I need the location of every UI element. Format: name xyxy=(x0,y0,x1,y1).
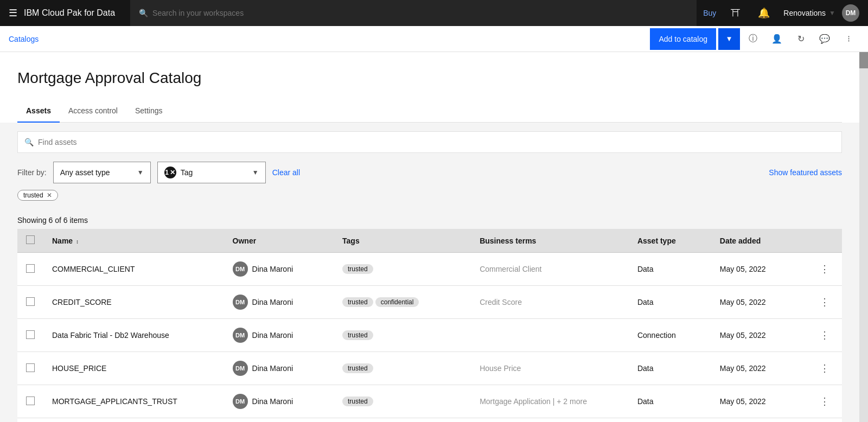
tab-access-control[interactable]: Access control xyxy=(60,100,126,123)
more-actions-icon[interactable]: ⋮ xyxy=(816,360,833,377)
top-navigation: ☰ IBM Cloud Pak for Data 🔍 Buy ⛩ 🔔 Renov… xyxy=(0,0,868,26)
grid-view-icon[interactable]: ⁝ xyxy=(838,28,859,50)
chevron-down-icon: ▼ xyxy=(137,169,144,176)
tag-filter[interactable]: 1 ✕ Tag ▼ xyxy=(157,162,266,183)
select-all-header[interactable] xyxy=(17,229,43,253)
asset-tags: trusted xyxy=(334,319,471,352)
tab-settings[interactable]: Settings xyxy=(126,100,171,123)
asset-name[interactable]: COMMERCIAL_CLIENT xyxy=(43,253,224,286)
assets-table-wrapper: Name ↕ Owner Tags Business terms xyxy=(0,229,859,422)
row-checkbox-cell xyxy=(17,286,43,319)
asset-tags: trusted xyxy=(334,253,471,286)
owner-name: Dina Maroni xyxy=(252,265,293,273)
search-input[interactable] xyxy=(152,9,688,17)
tag-pill[interactable]: trusted xyxy=(342,397,373,406)
hamburger-menu-icon[interactable]: ☰ xyxy=(9,7,17,19)
asset-tags: trusted xyxy=(334,385,471,418)
row-checkbox[interactable] xyxy=(26,363,35,372)
filter-area: 🔍 Filter by: Any asset type ▼ 1 ✕ Tag ▼ xyxy=(0,123,859,209)
more-actions-icon[interactable]: ⋮ xyxy=(816,293,833,311)
asset-name[interactable]: HOUSE_PRICE xyxy=(43,352,224,385)
asset-owner: DM Dina Maroni xyxy=(224,418,334,423)
global-search-bar[interactable]: 🔍 xyxy=(130,0,697,26)
row-actions[interactable]: ⋮ xyxy=(807,286,842,319)
tag-pill[interactable]: trusted xyxy=(342,264,373,274)
row-actions[interactable]: ⋮ xyxy=(807,319,842,352)
filter-row: Filter by: Any asset type ▼ 1 ✕ Tag ▼ Cl… xyxy=(17,162,842,183)
workspace-selector[interactable]: Renovations ▼ xyxy=(779,0,840,26)
table-row: MORTGAGE_APPLICATION DM Dina Maroni trus… xyxy=(17,418,842,423)
tag-pill[interactable]: trusted xyxy=(342,330,373,340)
chat-icon[interactable]: 💬 xyxy=(814,28,835,50)
asset-type: Data xyxy=(629,418,711,423)
row-checkbox-cell xyxy=(17,418,43,423)
asset-business-terms: Mortgage Application | + 2 more xyxy=(471,385,629,418)
tab-assets[interactable]: Assets xyxy=(17,100,60,123)
asset-date-added: May 05, 2022 xyxy=(711,352,807,385)
user-avatar[interactable]: DM xyxy=(842,4,859,22)
row-checkbox[interactable] xyxy=(26,397,35,405)
add-to-catalog-dropdown[interactable]: ▼ xyxy=(718,28,740,50)
asset-owner: DM Dina Maroni xyxy=(224,385,334,418)
row-actions[interactable]: ⋮ xyxy=(807,385,842,418)
table-row: Data Fabric Trial - Db2 Warehouse DM Din… xyxy=(17,319,842,352)
asset-name[interactable]: MORTGAGE_APPLICATION xyxy=(43,418,224,423)
column-header-tags: Tags xyxy=(334,229,471,253)
asset-search-input[interactable] xyxy=(38,138,835,146)
asset-owner: DM Dina Maroni xyxy=(224,352,334,385)
row-actions[interactable]: ⋮ xyxy=(807,253,842,286)
chevron-down-icon: ▼ xyxy=(725,35,732,43)
asset-business-terms: Credit Score xyxy=(471,286,629,319)
row-actions[interactable]: ⋮ xyxy=(807,418,842,423)
breadcrumb[interactable]: Catalogs xyxy=(9,35,39,43)
chevron-down-icon: ▼ xyxy=(252,169,259,176)
asset-date-added: May 05, 2022 xyxy=(711,385,807,418)
add-collaborator-icon[interactable]: 👤 xyxy=(766,28,788,50)
tag-pill[interactable]: trusted xyxy=(342,297,373,307)
owner-avatar: DM xyxy=(233,261,248,277)
right-scrollbar[interactable] xyxy=(859,52,868,422)
add-to-catalog-button[interactable]: Add to catalog xyxy=(650,28,716,50)
scrollbar-thumb[interactable] xyxy=(859,52,868,68)
tag-pill[interactable]: trusted xyxy=(342,363,373,373)
select-all-checkbox[interactable] xyxy=(26,235,35,244)
column-header-business-terms: Business terms xyxy=(471,229,629,253)
asset-type-filter[interactable]: Any asset type ▼ xyxy=(53,162,151,183)
top-nav-right: Buy ⛩ 🔔 Renovations ▼ DM xyxy=(703,0,859,26)
more-actions-icon[interactable]: ⋮ xyxy=(816,393,833,410)
show-featured-button[interactable]: Show featured assets xyxy=(769,168,842,177)
row-checkbox-cell xyxy=(17,253,43,286)
asset-business-terms: Commercial Client xyxy=(471,253,629,286)
column-header-name[interactable]: Name ↕ xyxy=(43,229,224,253)
more-actions-icon[interactable]: ⋮ xyxy=(816,327,833,344)
sort-icon: ↕ xyxy=(76,239,79,245)
column-header-date-added: Date added xyxy=(711,229,807,253)
column-header-actions xyxy=(807,229,842,253)
help-icon[interactable]: ⓘ xyxy=(742,28,764,50)
table-row: HOUSE_PRICE DM Dina Maroni trusted House… xyxy=(17,352,842,385)
share-icon[interactable]: ⛩ xyxy=(723,0,749,26)
chevron-down-icon: ▼ xyxy=(829,9,835,17)
asset-name[interactable]: CREDIT_SCORE xyxy=(43,286,224,319)
tag-chip-remove-icon[interactable]: ✕ xyxy=(47,191,52,199)
buy-link[interactable]: Buy xyxy=(703,9,716,17)
app-name: IBM Cloud Pak for Data xyxy=(24,8,115,18)
activity-icon[interactable]: ↻ xyxy=(790,28,812,50)
row-actions[interactable]: ⋮ xyxy=(807,352,842,385)
table-row: CREDIT_SCORE DM Dina Maroni trustedconfi… xyxy=(17,286,842,319)
row-checkbox[interactable] xyxy=(26,297,35,306)
asset-search-bar[interactable]: 🔍 xyxy=(17,131,842,153)
notification-icon[interactable]: 🔔 xyxy=(751,0,777,26)
tag-pill[interactable]: confidential xyxy=(375,297,419,307)
asset-name[interactable]: Data Fabric Trial - Db2 Warehouse xyxy=(43,319,224,352)
asset-name[interactable]: MORTGAGE_APPLICANTS_TRUST xyxy=(43,385,224,418)
clear-all-button[interactable]: Clear all xyxy=(272,168,300,177)
tag-badge-x-icon[interactable]: ✕ xyxy=(170,169,175,176)
asset-owner: DM Dina Maroni xyxy=(224,286,334,319)
row-checkbox[interactable] xyxy=(26,264,35,273)
owner-avatar: DM xyxy=(233,361,248,376)
owner-name: Dina Maroni xyxy=(252,331,293,340)
asset-date-added: May 05, 2022 xyxy=(711,253,807,286)
row-checkbox[interactable] xyxy=(26,330,35,339)
more-actions-icon[interactable]: ⋮ xyxy=(816,260,833,278)
